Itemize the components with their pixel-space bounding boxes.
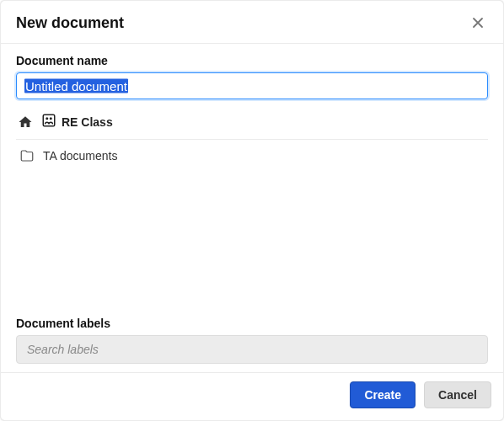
breadcrumb: RE Class bbox=[16, 109, 488, 140]
breadcrumb-location[interactable]: RE Class bbox=[41, 113, 113, 131]
svg-point-2 bbox=[50, 117, 52, 120]
dialog-header: New document bbox=[1, 1, 503, 44]
document-name-label: Document name bbox=[16, 54, 488, 67]
dialog-title: New document bbox=[16, 14, 124, 32]
document-labels-label: Document labels bbox=[16, 317, 488, 330]
class-icon bbox=[41, 113, 56, 131]
svg-rect-0 bbox=[43, 115, 55, 126]
create-button[interactable]: Create bbox=[350, 381, 416, 408]
breadcrumb-location-name: RE Class bbox=[62, 115, 113, 129]
folder-icon bbox=[19, 148, 35, 163]
dialog-body: Document name Untitled document RE Class… bbox=[1, 44, 503, 317]
close-icon bbox=[471, 19, 485, 32]
labels-section: Document labels bbox=[1, 317, 503, 372]
home-icon[interactable] bbox=[18, 115, 33, 130]
list-item-name: TA documents bbox=[43, 149, 117, 163]
new-document-dialog: New document Document name Untitled docu… bbox=[0, 0, 504, 421]
document-name-input[interactable] bbox=[16, 72, 488, 99]
labels-search-input[interactable] bbox=[16, 335, 488, 364]
svg-point-1 bbox=[46, 117, 48, 120]
dialog-footer: Create Cancel bbox=[1, 372, 503, 420]
document-name-field-wrap: Untitled document bbox=[16, 72, 488, 99]
cancel-button[interactable]: Cancel bbox=[424, 381, 491, 408]
close-button[interactable] bbox=[468, 13, 488, 33]
file-list: TA documents bbox=[16, 140, 488, 317]
list-item[interactable]: TA documents bbox=[16, 140, 488, 172]
